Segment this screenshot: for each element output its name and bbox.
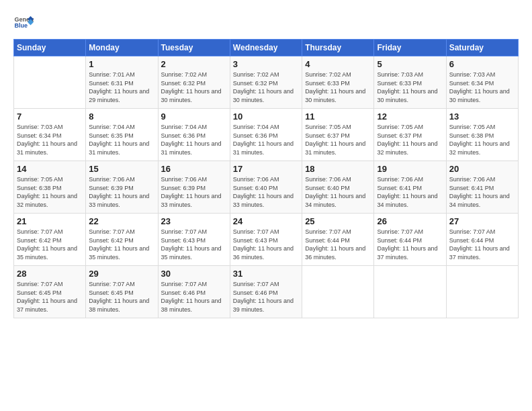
day-number: 27 (449, 216, 515, 226)
day-number: 4 (305, 59, 371, 69)
day-info: Sunrise: 7:06 AMSunset: 6:39 PMDaylight:… (89, 175, 154, 209)
day-info: Sunrise: 7:07 AMSunset: 6:42 PMDaylight:… (17, 228, 83, 261)
calendar-cell: 8Sunrise: 7:04 AMSunset: 6:35 PMDaylight… (86, 109, 158, 161)
day-info: Sunrise: 7:07 AMSunset: 6:46 PMDaylight:… (161, 280, 227, 314)
day-number: 21 (17, 216, 83, 226)
day-number: 3 (233, 59, 299, 69)
day-info: Sunrise: 7:07 AMSunset: 6:42 PMDaylight:… (89, 228, 154, 261)
calendar-week-row: 7Sunrise: 7:03 AMSunset: 6:34 PMDaylight… (14, 109, 519, 161)
day-number: 29 (89, 269, 154, 279)
day-info: Sunrise: 7:07 AMSunset: 6:45 PMDaylight:… (17, 280, 83, 314)
calendar-week-row: 21Sunrise: 7:07 AMSunset: 6:42 PMDayligh… (14, 214, 519, 266)
svg-text:Blue: Blue (15, 22, 28, 29)
calendar-cell (446, 266, 518, 318)
day-info: Sunrise: 7:03 AMSunset: 6:34 PMDaylight:… (17, 123, 83, 156)
day-info: Sunrise: 7:05 AMSunset: 6:37 PMDaylight:… (377, 123, 443, 156)
calendar-cell: 24Sunrise: 7:07 AMSunset: 6:43 PMDayligh… (230, 214, 302, 266)
day-info: Sunrise: 7:04 AMSunset: 6:36 PMDaylight:… (233, 123, 299, 156)
calendar-cell: 2Sunrise: 7:02 AMSunset: 6:32 PMDaylight… (158, 56, 230, 109)
day-info: Sunrise: 7:06 AMSunset: 6:41 PMDaylight:… (449, 175, 515, 209)
day-info: Sunrise: 7:02 AMSunset: 6:32 PMDaylight:… (233, 71, 299, 104)
calendar-cell: 10Sunrise: 7:04 AMSunset: 6:36 PMDayligh… (230, 109, 302, 161)
calendar-cell: 3Sunrise: 7:02 AMSunset: 6:32 PMDaylight… (230, 56, 302, 109)
day-number: 25 (305, 216, 371, 226)
day-number: 6 (449, 59, 515, 69)
weekday-header-wednesday: Wednesday (230, 40, 302, 56)
day-info: Sunrise: 7:07 AMSunset: 6:43 PMDaylight:… (233, 228, 299, 261)
weekday-header-monday: Monday (86, 40, 158, 56)
day-info: Sunrise: 7:06 AMSunset: 6:39 PMDaylight:… (161, 175, 227, 209)
day-number: 20 (449, 164, 515, 174)
calendar-week-row: 14Sunrise: 7:05 AMSunset: 6:38 PMDayligh… (14, 161, 519, 214)
day-number: 12 (377, 111, 443, 122)
calendar-cell: 7Sunrise: 7:03 AMSunset: 6:34 PMDaylight… (14, 109, 86, 161)
calendar-cell: 23Sunrise: 7:07 AMSunset: 6:43 PMDayligh… (158, 214, 230, 266)
day-number: 24 (233, 216, 299, 226)
calendar-cell: 31Sunrise: 7:07 AMSunset: 6:46 PMDayligh… (230, 266, 302, 318)
calendar-week-row: 28Sunrise: 7:07 AMSunset: 6:45 PMDayligh… (14, 266, 519, 318)
calendar-cell: 13Sunrise: 7:05 AMSunset: 6:38 PMDayligh… (446, 109, 518, 161)
day-info: Sunrise: 7:05 AMSunset: 6:37 PMDaylight:… (305, 123, 371, 156)
day-number: 11 (305, 111, 371, 122)
calendar-table: SundayMondayTuesdayWednesdayThursdayFrid… (13, 39, 519, 318)
calendar-cell: 29Sunrise: 7:07 AMSunset: 6:45 PMDayligh… (86, 266, 158, 318)
calendar-cell: 25Sunrise: 7:07 AMSunset: 6:44 PMDayligh… (302, 214, 374, 266)
calendar-week-row: 1Sunrise: 7:01 AMSunset: 6:31 PMDaylight… (14, 56, 519, 109)
calendar-cell (302, 266, 374, 318)
header: General Blue (13, 12, 519, 32)
page: General Blue SundayMondayTuesdayWednesda… (0, 0, 532, 411)
day-info: Sunrise: 7:04 AMSunset: 6:36 PMDaylight:… (161, 123, 227, 156)
day-number: 15 (89, 164, 154, 174)
calendar-cell: 20Sunrise: 7:06 AMSunset: 6:41 PMDayligh… (446, 161, 518, 214)
calendar-cell: 9Sunrise: 7:04 AMSunset: 6:36 PMDaylight… (158, 109, 230, 161)
logo-icon: General Blue (13, 12, 34, 32)
day-number: 30 (161, 269, 227, 279)
day-number: 10 (233, 111, 299, 122)
day-info: Sunrise: 7:05 AMSunset: 6:38 PMDaylight:… (449, 123, 515, 156)
calendar-cell: 11Sunrise: 7:05 AMSunset: 6:37 PMDayligh… (302, 109, 374, 161)
day-number: 31 (233, 269, 299, 279)
day-number: 7 (17, 111, 83, 122)
calendar-cell: 19Sunrise: 7:06 AMSunset: 6:41 PMDayligh… (374, 161, 446, 214)
day-info: Sunrise: 7:06 AMSunset: 6:41 PMDaylight:… (377, 175, 443, 209)
calendar-cell (14, 56, 86, 109)
day-number: 28 (17, 269, 83, 279)
weekday-header-thursday: Thursday (302, 40, 374, 56)
calendar-cell: 26Sunrise: 7:07 AMSunset: 6:44 PMDayligh… (374, 214, 446, 266)
weekday-header-tuesday: Tuesday (158, 40, 230, 56)
weekday-header-saturday: Saturday (446, 40, 518, 56)
day-info: Sunrise: 7:02 AMSunset: 6:32 PMDaylight:… (161, 71, 227, 104)
day-number: 18 (305, 164, 371, 174)
day-info: Sunrise: 7:07 AMSunset: 6:44 PMDaylight:… (377, 228, 443, 261)
calendar-cell: 1Sunrise: 7:01 AMSunset: 6:31 PMDaylight… (86, 56, 158, 109)
day-info: Sunrise: 7:01 AMSunset: 6:31 PMDaylight:… (89, 71, 154, 104)
day-info: Sunrise: 7:05 AMSunset: 6:38 PMDaylight:… (17, 175, 83, 209)
day-info: Sunrise: 7:03 AMSunset: 6:33 PMDaylight:… (377, 71, 443, 104)
day-info: Sunrise: 7:06 AMSunset: 6:40 PMDaylight:… (305, 175, 371, 209)
calendar-cell: 22Sunrise: 7:07 AMSunset: 6:42 PMDayligh… (86, 214, 158, 266)
day-info: Sunrise: 7:07 AMSunset: 6:43 PMDaylight:… (161, 228, 227, 261)
calendar-cell: 16Sunrise: 7:06 AMSunset: 6:39 PMDayligh… (158, 161, 230, 214)
day-info: Sunrise: 7:03 AMSunset: 6:34 PMDaylight:… (449, 71, 515, 104)
day-info: Sunrise: 7:02 AMSunset: 6:33 PMDaylight:… (305, 71, 371, 104)
day-info: Sunrise: 7:07 AMSunset: 6:44 PMDaylight:… (449, 228, 515, 261)
day-number: 1 (89, 59, 154, 69)
weekday-header-friday: Friday (374, 40, 446, 56)
calendar-cell: 14Sunrise: 7:05 AMSunset: 6:38 PMDayligh… (14, 161, 86, 214)
calendar-cell: 27Sunrise: 7:07 AMSunset: 6:44 PMDayligh… (446, 214, 518, 266)
calendar-cell: 28Sunrise: 7:07 AMSunset: 6:45 PMDayligh… (14, 266, 86, 318)
day-number: 17 (233, 164, 299, 174)
day-number: 9 (161, 111, 227, 122)
day-info: Sunrise: 7:07 AMSunset: 6:45 PMDaylight:… (89, 280, 154, 314)
weekday-header-row: SundayMondayTuesdayWednesdayThursdayFrid… (14, 40, 519, 56)
calendar-cell: 4Sunrise: 7:02 AMSunset: 6:33 PMDaylight… (302, 56, 374, 109)
day-number: 26 (377, 216, 443, 226)
calendar-cell: 12Sunrise: 7:05 AMSunset: 6:37 PMDayligh… (374, 109, 446, 161)
calendar-cell: 15Sunrise: 7:06 AMSunset: 6:39 PMDayligh… (86, 161, 158, 214)
day-number: 22 (89, 216, 154, 226)
calendar-cell: 17Sunrise: 7:06 AMSunset: 6:40 PMDayligh… (230, 161, 302, 214)
day-info: Sunrise: 7:06 AMSunset: 6:40 PMDaylight:… (233, 175, 299, 209)
calendar-cell: 21Sunrise: 7:07 AMSunset: 6:42 PMDayligh… (14, 214, 86, 266)
day-number: 13 (449, 111, 515, 122)
day-number: 23 (161, 216, 227, 226)
